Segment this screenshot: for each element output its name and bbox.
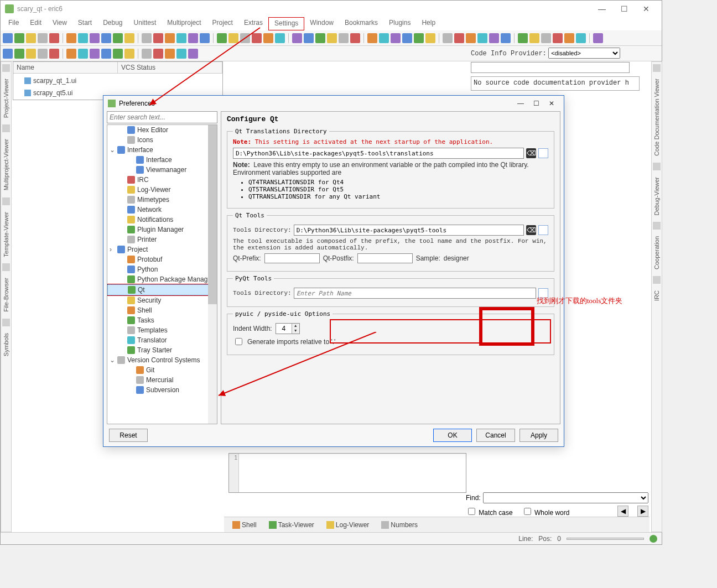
toolbar-icon[interactable] <box>541 33 551 43</box>
menu-help[interactable]: Help <box>416 17 441 30</box>
toolbar-icon[interactable] <box>38 49 48 59</box>
indent-width-spinner[interactable]: ▲▼ <box>276 323 300 334</box>
tree-item-shell[interactable]: Shell <box>107 305 217 315</box>
side-tab-project-viewer[interactable]: Project-Viewer <box>3 76 9 120</box>
menu-file[interactable]: File <box>3 17 24 30</box>
toolbar-icon[interactable] <box>576 33 586 43</box>
toolbar-icon[interactable] <box>78 33 88 43</box>
ok-button[interactable]: OK <box>433 429 472 442</box>
toolbar-icon[interactable] <box>402 33 412 43</box>
tree-item-viewmanager[interactable]: Viewmanager <box>107 165 217 175</box>
side-tab-symbols[interactable]: Symbols <box>3 331 9 358</box>
toolbar-icon[interactable] <box>454 33 464 43</box>
shell-editor[interactable]: 1 <box>228 453 466 493</box>
toolbar-icon[interactable] <box>26 49 36 59</box>
code-info-search[interactable] <box>471 62 630 73</box>
bottom-tab-numbers[interactable]: Numbers <box>376 519 423 531</box>
toolbar-icon[interactable] <box>142 49 152 59</box>
tree-item-version-control-systems[interactable]: ⌄Version Control Systems <box>107 355 217 365</box>
toolbar-icon[interactable] <box>425 33 435 43</box>
tree-item-git[interactable]: Git <box>107 365 217 375</box>
toolbar-icon[interactable] <box>252 33 262 43</box>
toolbar-icon[interactable] <box>49 49 59 59</box>
toolbar-icon[interactable] <box>292 33 302 43</box>
toolbar-icon[interactable] <box>124 33 134 43</box>
toolbar-icon[interactable] <box>391 33 401 43</box>
toolbar-icon[interactable] <box>90 49 100 59</box>
toolbar-icon[interactable] <box>14 33 24 43</box>
toolbar-icon[interactable] <box>38 33 48 43</box>
code-info-provider-select[interactable]: <disabled> <box>548 48 620 59</box>
tree-item-protobuf[interactable]: Protobuf <box>107 254 217 264</box>
toolbar-icon[interactable] <box>443 33 453 43</box>
menu-project[interactable]: Project <box>207 17 238 30</box>
tree-item-mercurial[interactable]: Mercurial <box>107 375 217 385</box>
tree-item-network[interactable]: Network <box>107 205 217 215</box>
tree-item-log-viewer[interactable]: Log-Viewer <box>107 185 217 195</box>
toolbar-icon[interactable] <box>350 33 360 43</box>
tree-item-templates[interactable]: Templates <box>107 325 217 335</box>
folder-browse-icon[interactable] <box>538 148 548 158</box>
side-tab-code documentation viewer[interactable]: Code Documentation Viewer <box>653 76 660 158</box>
dialog-minimize-button[interactable]: — <box>513 97 528 110</box>
toolbar-icon[interactable] <box>489 33 499 43</box>
toolbar-icon[interactable] <box>200 33 210 43</box>
tree-item-tray-starter[interactable]: Tray Starter <box>107 345 217 355</box>
tree-scrollbar[interactable] <box>208 125 217 424</box>
tree-item-qt[interactable]: Qt <box>107 284 217 295</box>
tree-item-mimetypes[interactable]: Mimetypes <box>107 195 217 205</box>
tree-item-security[interactable]: Security <box>107 295 217 305</box>
toolbar-icon[interactable] <box>501 33 511 43</box>
bottom-tab-task-viewer[interactable]: Task-Viewer <box>264 519 319 531</box>
tree-item-translator[interactable]: Translator <box>107 335 217 345</box>
tree-item-printer[interactable]: Printer <box>107 235 217 244</box>
toolbar-icon[interactable] <box>101 33 111 43</box>
menu-settings[interactable]: Settings <box>268 17 304 30</box>
bottom-tab-log-viewer[interactable]: Log-Viewer <box>321 519 374 531</box>
toolbar-icon[interactable] <box>228 33 238 43</box>
toolbar-icon[interactable] <box>263 33 273 43</box>
toolbar-icon[interactable] <box>379 33 389 43</box>
toolbar-icon[interactable] <box>414 33 424 43</box>
column-name[interactable]: Name <box>13 62 118 73</box>
toolbar-icon[interactable] <box>564 33 574 43</box>
toolbar-icon[interactable] <box>176 33 186 43</box>
tree-item-irc[interactable]: IRC <box>107 175 217 185</box>
pyqt-tools-dir-input[interactable] <box>294 288 536 299</box>
toolbar-icon[interactable] <box>66 49 76 59</box>
side-tab-icon[interactable] <box>2 124 10 132</box>
toolbar-icon[interactable] <box>26 33 36 43</box>
menu-plugins[interactable]: Plugins <box>383 17 416 30</box>
side-tab-icon[interactable] <box>2 197 10 205</box>
toolbar-icon[interactable] <box>593 33 603 43</box>
clear-icon[interactable]: ⌫ <box>526 225 536 235</box>
toolbar-icon[interactable] <box>466 33 476 43</box>
side-tab-file-browser[interactable]: File-Browser <box>3 275 9 314</box>
folder-browse-icon[interactable] <box>538 225 548 235</box>
find-next-button[interactable]: ▶ <box>637 506 648 517</box>
side-tab-debug-viewer[interactable]: Debug-Viewer <box>653 175 660 218</box>
toolbar-icon[interactable] <box>66 33 76 43</box>
tree-item-python-package-manag-[interactable]: Python Package Manag... <box>107 274 217 284</box>
toolbar-icon[interactable] <box>240 33 250 43</box>
file-row[interactable]: scarpy_qt_1.ui <box>13 76 222 86</box>
tree-item-subversion[interactable]: Subversion <box>107 385 217 395</box>
side-tab-icon[interactable] <box>653 64 661 72</box>
minimize-button[interactable]: — <box>591 1 613 17</box>
menu-view[interactable]: View <box>47 17 72 30</box>
generate-relative-checkbox[interactable]: Generate imports relative to '.' <box>233 336 548 347</box>
whole-word-checkbox[interactable]: Whole word <box>522 506 570 517</box>
toolbar-icon[interactable] <box>124 49 134 59</box>
toolbar-icon[interactable] <box>367 33 377 43</box>
toolbar-icon[interactable] <box>165 49 175 59</box>
menu-extras[interactable]: Extras <box>238 17 268 30</box>
tree-item-plugin-manager[interactable]: Plugin Manager <box>107 225 217 235</box>
toolbar-icon[interactable] <box>90 33 100 43</box>
toolbar-icon[interactable] <box>78 49 88 59</box>
find-prev-button[interactable]: ◀ <box>617 506 628 517</box>
toolbar-icon[interactable] <box>275 33 285 43</box>
maximize-button[interactable]: ☐ <box>613 1 635 17</box>
side-tab-icon[interactable] <box>653 163 661 170</box>
tree-item-python[interactable]: Python <box>107 264 217 274</box>
close-button[interactable]: ✕ <box>635 1 657 17</box>
